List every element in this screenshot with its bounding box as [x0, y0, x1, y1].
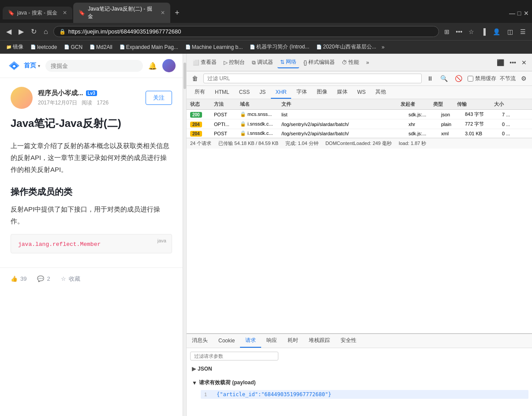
tab-2[interactable]: 🔖 Java笔记-Java反射(二) - 掘金 ✕ [73, 3, 170, 23]
net-type-media[interactable]: 媒体 [333, 86, 352, 99]
bookmark-star-icon[interactable]: ☆ [467, 26, 476, 37]
bookmark-leetcode[interactable]: 📄 leetcode [29, 43, 59, 51]
tab2-close-icon[interactable]: ✕ [161, 10, 165, 16]
net-type-xhr[interactable]: XHR [271, 86, 291, 99]
article-content: 程序员小岑成... Lv3 2017年12月07日 阅读 1726 关注 Jav… [0, 78, 183, 267]
url-bar[interactable]: 🔒 [53, 26, 439, 37]
row2-domain: 🔒 i.snssdk.c... [240, 121, 280, 127]
bookmark-label-6: Machine Learning b... [192, 44, 243, 50]
net-type-image[interactable]: 图像 [312, 86, 332, 99]
section-title: 操作类成员的类 [11, 186, 172, 198]
forward-button[interactable]: ▶ [17, 26, 26, 37]
bookmark-jiqixuexi[interactable]: 📄 机器学习简介 (Introd... [248, 42, 311, 52]
reload-button[interactable]: ↻ [29, 26, 38, 37]
notification-icon[interactable]: 🔔 [148, 62, 157, 70]
home-button[interactable]: ⌂ [42, 26, 50, 37]
dt-network-btn[interactable]: ⇅ 网络 [277, 56, 299, 68]
net-type-font[interactable]: 字体 [292, 86, 311, 99]
payload-section-header[interactable]: ▼ 请求有效载荷 (payload) [190, 377, 528, 388]
table-row[interactable]: 204 POST 🔒 i.snssdk.c... /log/sentry/v2/… [187, 129, 532, 138]
tab-1[interactable]: 🔖 java - 搜索 - 掘金 ✕ [3, 7, 72, 19]
perf-icon: ⏱ [342, 59, 347, 66]
bookmark-expanded[interactable]: 📄 Expanded Main Pag... [118, 43, 180, 51]
col-header-method: 方法 [214, 101, 238, 108]
more-bookmarks-icon[interactable]: » [382, 44, 385, 50]
extensions-icon[interactable]: ▐ [480, 26, 487, 37]
json-section-header[interactable]: ▶ JSON [190, 364, 528, 374]
dt-console-btn[interactable]: ▷ 控制台 [221, 57, 247, 68]
filter-options-btn[interactable]: 🚫 [453, 73, 464, 84]
article-scrollbar[interactable] [183, 54, 187, 416]
net-type-all[interactable]: 所有 [190, 86, 210, 99]
dt-perf-btn[interactable]: ⏱ 性能 [339, 57, 362, 68]
bookmark-gcn[interactable]: 📄 GCN [62, 43, 84, 51]
clear-network-btn[interactable]: 🗑 [190, 73, 200, 84]
juejin-header: 首页 ▾ 🔔 [0, 54, 183, 78]
payload-json-text[interactable]: {"article_id":"6844903519967772680"} [217, 391, 331, 397]
dock-btn[interactable]: ⬛ [495, 57, 506, 68]
network-settings-btn[interactable]: ⚙ [519, 73, 528, 84]
more-button[interactable]: ••• [454, 26, 464, 37]
new-tab-button[interactable]: + [171, 7, 183, 19]
detail-tab-timing[interactable]: 耗时 [282, 334, 303, 348]
table-row[interactable]: 204 OPTI... 🔒 i.snssdk.c... /log/sentry/… [187, 119, 532, 129]
table-row[interactable]: 200 POST 🔒 mcs.snss... list sdk.js:... j… [187, 110, 532, 119]
qr-icon[interactable]: ⊞ [442, 26, 451, 37]
follow-button[interactable]: 关注 [146, 91, 172, 105]
bookmark-md2all[interactable]: 📄 Md2All [88, 43, 114, 51]
pause-btn[interactable]: ⏸ [425, 73, 435, 84]
throttle-select[interactable]: 不节流 [500, 75, 516, 82]
like-action[interactable]: 👍 39 [11, 275, 26, 282]
user-avatar[interactable] [162, 59, 176, 72]
disable-cache-label[interactable]: 禁用缓存 [468, 75, 496, 82]
comment-action[interactable]: 💬 2 [37, 275, 50, 282]
bookmark-label-8: 2020年山西省基层公... [323, 43, 376, 51]
net-type-html[interactable]: HTML [210, 86, 234, 99]
request-count: 24 个请求 [190, 140, 211, 147]
search-input[interactable] [45, 60, 143, 72]
back-button[interactable]: ◀ [4, 26, 13, 37]
detail-tab-request[interactable]: 请求 [240, 334, 261, 348]
url-filter-input[interactable] [203, 74, 422, 83]
net-type-other[interactable]: 其他 [371, 86, 390, 99]
dt-close-btn[interactable]: ✕ [520, 57, 528, 68]
dt-more-btn[interactable]: » [363, 58, 372, 67]
reads-label: 阅读 [82, 100, 92, 106]
juejin-home-link[interactable]: 首页 [24, 62, 36, 69]
sidebar-icon[interactable]: ◫ [506, 26, 515, 37]
detail-tab-cookie[interactable]: Cookie [213, 334, 240, 348]
params-filter-input[interactable] [190, 352, 278, 360]
bookmark-shanxi[interactable]: 📄 2020年山西省基层公... [315, 42, 378, 52]
dt-menu-btn[interactable]: ••• [508, 57, 518, 68]
juejin-logo[interactable]: 首页 ▾ [7, 59, 40, 72]
maximize-button[interactable]: □ [516, 10, 522, 16]
tab1-close-icon[interactable]: ✕ [63, 10, 67, 16]
detail-tab-stack[interactable]: 堆栈跟踪 [303, 334, 335, 348]
code-content: java.lang.reflect.Member [18, 241, 101, 248]
search-btn[interactable]: 🔍 [438, 73, 450, 84]
network-table-header: 状态 方法 域名 文件 发起者 类型 传输 大小 [187, 99, 532, 110]
menu-icon[interactable]: ☰ [518, 26, 528, 37]
bookmark-ml[interactable]: 📄 Machine Learning b... [184, 43, 244, 51]
net-type-ws[interactable]: WS [353, 86, 370, 99]
detail-tab-security[interactable]: 安全性 [335, 334, 362, 348]
dt-style-btn[interactable]: {} 样式编辑器 [301, 57, 337, 68]
main-area: 首页 ▾ 🔔 程序员小岑成... Lv3 [0, 54, 532, 416]
disable-cache-checkbox[interactable] [468, 76, 473, 82]
detail-tab-response[interactable]: 响应 [261, 334, 282, 348]
minimize-button[interactable]: — [509, 10, 515, 16]
net-type-css[interactable]: CSS [235, 86, 255, 99]
row3-method: POST [214, 131, 238, 136]
bookmark-label-7: 机器学习简介 (Introd... [256, 43, 309, 51]
detail-tab-headers[interactable]: 消息头 [187, 334, 213, 348]
dt-inspector-btn[interactable]: ⬜ 查看器 [190, 57, 219, 68]
close-button[interactable]: ✕ [523, 10, 529, 16]
url-input[interactable] [68, 28, 434, 35]
collect-action[interactable]: ☆ 收藏 [61, 275, 80, 283]
row1-type: json [441, 112, 463, 117]
style-icon: {} [303, 59, 307, 66]
dt-debugger-btn[interactable]: ⧉ 调试器 [249, 57, 276, 68]
sync-icon[interactable]: 👤 [491, 26, 502, 37]
bookmark-jingxiang[interactable]: 📁 镜像 [4, 42, 25, 52]
net-type-js[interactable]: JS [255, 86, 270, 99]
